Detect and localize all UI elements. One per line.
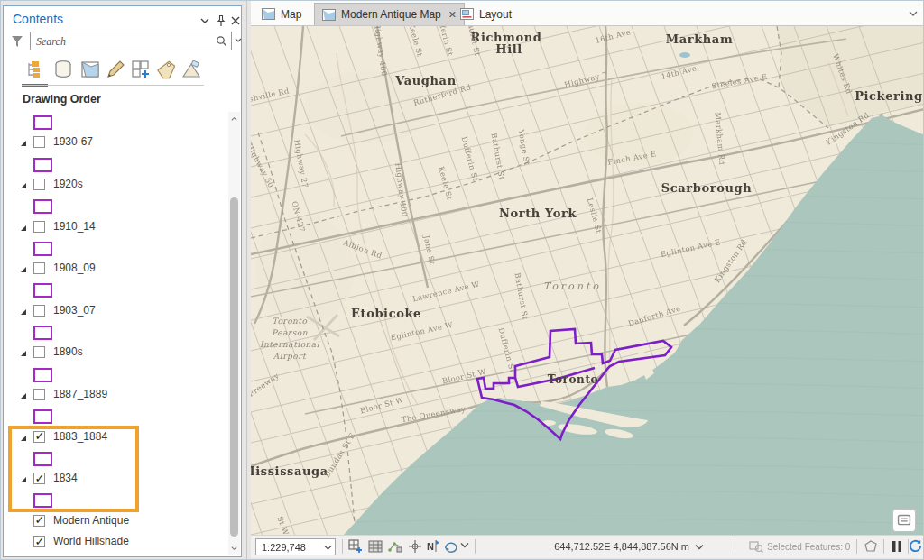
map-tab-icon	[262, 8, 275, 20]
tab-map[interactable]: Map	[254, 3, 309, 25]
scrollbar[interactable]	[228, 112, 240, 555]
tab-snapping[interactable]	[130, 59, 152, 80]
tab-layout[interactable]: Layout	[453, 3, 519, 25]
tab-modern-antique-map[interactable]: Modern Antique Map ✕	[314, 3, 465, 25]
map-label: Toronto	[543, 280, 601, 292]
selected-features-label[interactable]: Selected Features: 0	[767, 542, 850, 552]
map-legend-button[interactable]	[892, 509, 916, 532]
scale-select[interactable]: 1:229,748	[255, 538, 336, 555]
map-label: North York	[499, 207, 577, 220]
layer-swatch-row	[4, 196, 229, 216]
tab-perspective[interactable]	[180, 59, 202, 80]
close-icon[interactable]	[229, 14, 242, 27]
select-polygon-icon[interactable]	[863, 538, 879, 555]
expand-icon[interactable]	[20, 225, 27, 232]
map-label: Scarborough	[661, 181, 752, 195]
sketch-icon[interactable]	[387, 538, 403, 555]
map-label: International	[260, 340, 320, 349]
layer-swatch-row	[4, 280, 229, 300]
layer-label[interactable]: 1910_14	[53, 220, 96, 233]
search-history-chevron-icon[interactable]	[234, 36, 243, 45]
layer-checkbox[interactable]	[33, 389, 45, 400]
map-view[interactable]: RichmondHillVaughanMarkhamPickeringScarb…	[251, 26, 924, 536]
coordinates-display[interactable]: 644,712.52E 4,844,887.56N m	[494, 541, 689, 552]
layer-symbol-swatch[interactable]	[33, 326, 52, 340]
layer-checkbox[interactable]: ✓	[33, 515, 45, 527]
layer-symbol-swatch[interactable]	[33, 409, 52, 424]
layer-label[interactable]: Modern Antique	[53, 514, 129, 527]
layer-label[interactable]: 1930-67	[53, 135, 93, 148]
layer-checkbox[interactable]	[33, 305, 45, 317]
highlight-box	[8, 426, 139, 512]
chevron-down-icon[interactable]	[199, 14, 211, 27]
tab-drawing-order[interactable]	[25, 59, 47, 80]
pin-icon[interactable]	[215, 14, 227, 27]
layer-checkbox[interactable]	[33, 136, 45, 148]
grid-add-icon[interactable]	[347, 538, 364, 555]
layer-label[interactable]: 1920s	[53, 178, 83, 190]
map-label: Mississauga	[251, 464, 328, 478]
expand-icon[interactable]	[20, 266, 27, 273]
refresh-icon[interactable]	[908, 538, 923, 555]
filter-icon[interactable]	[10, 34, 24, 49]
north-arrow-icon[interactable]: N	[425, 538, 441, 555]
map-label: Pearson	[272, 328, 308, 337]
drawing-order-heading: Drawing Order	[23, 93, 101, 106]
layer-symbol-swatch[interactable]	[33, 283, 52, 298]
coords-chevron-icon[interactable]	[695, 544, 704, 551]
layer-symbol-swatch[interactable]	[33, 368, 52, 382]
table-icon[interactable]	[367, 538, 383, 555]
scrollbar-thumb[interactable]	[230, 197, 238, 537]
layer-row: 1930-67	[4, 133, 229, 153]
map-label: Markham	[666, 32, 734, 46]
scroll-up-icon[interactable]	[230, 115, 238, 124]
tab-selection[interactable]	[79, 59, 101, 80]
map-tab-icon	[322, 9, 336, 21]
search-icon[interactable]	[216, 35, 227, 47]
scroll-down-icon[interactable]	[230, 544, 238, 552]
layer-swatch-row	[4, 154, 229, 175]
map-label: Vaughan	[394, 74, 456, 87]
tab-editing[interactable]	[105, 59, 126, 80]
pane-divider	[246, 1, 247, 560]
contents-panel: Contents Search Drawing Ord	[3, 5, 242, 557]
layer-checkbox[interactable]	[33, 262, 45, 274]
layer-swatch-row	[4, 364, 229, 385]
tab-data-source[interactable]	[52, 59, 74, 80]
expand-icon[interactable]	[20, 392, 27, 399]
layer-checkbox[interactable]	[33, 221, 45, 233]
expand-icon[interactable]	[20, 350, 27, 357]
layer-checkbox[interactable]: ✓	[33, 536, 45, 547]
layout-tab-icon	[460, 8, 474, 20]
layer-symbol-swatch[interactable]	[33, 158, 52, 172]
layer-label[interactable]: 1903_07	[53, 304, 96, 317]
layer-symbol-swatch[interactable]	[33, 242, 52, 256]
layer-label[interactable]: World Hillshade	[53, 535, 129, 547]
scale-chevron-icon	[324, 545, 332, 551]
tab-overflow-chevron-icon[interactable]	[909, 10, 918, 17]
layer-checkbox[interactable]	[33, 179, 45, 190]
layer-label[interactable]: 1887_1889	[53, 388, 107, 400]
pause-icon[interactable]	[889, 538, 905, 555]
layer-label[interactable]: 1890s	[53, 345, 83, 358]
expand-icon[interactable]	[20, 308, 27, 316]
status-bar: 1:229,748 N 644,712.52E 4,844,887.56N m …	[251, 535, 924, 558]
layer-row: 1890s	[4, 343, 229, 363]
panel-title: Contents	[13, 12, 63, 26]
layer-checkbox[interactable]	[33, 346, 45, 358]
svg-text:N: N	[427, 541, 434, 552]
crosshair-icon[interactable]	[407, 538, 423, 555]
refresh-loop-icon[interactable]	[442, 538, 458, 555]
scale-value: 1:229,748	[262, 542, 306, 553]
tab-labeling[interactable]	[155, 59, 177, 80]
expand-icon[interactable]	[20, 182, 27, 189]
selected-features-icon	[748, 538, 764, 555]
search-input[interactable]: Search	[30, 32, 232, 50]
expand-icon[interactable]	[20, 140, 27, 147]
map-label: Toronto	[273, 317, 308, 326]
layer-swatch-row	[4, 112, 229, 133]
toolbar-divider	[22, 85, 204, 86]
layer-symbol-swatch[interactable]	[33, 199, 52, 214]
layer-label[interactable]: 1908_09	[53, 262, 96, 274]
layer-symbol-swatch[interactable]	[33, 115, 52, 130]
